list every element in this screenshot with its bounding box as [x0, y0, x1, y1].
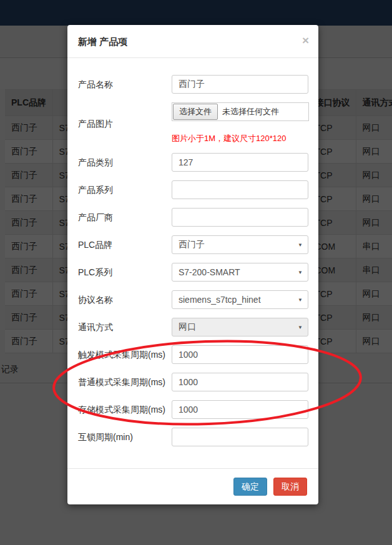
field-protocol-name: 协议名称 siemens_s7tcp_hinet ▼ [78, 290, 308, 309]
cancel-button[interactable]: 取消 [273, 478, 307, 496]
normal-cycle-input[interactable] [172, 373, 308, 391]
protocol-name-label: 协议名称 [78, 290, 172, 309]
field-product-category: 产品类别 [78, 153, 308, 172]
product-vendor-input[interactable] [172, 208, 308, 227]
product-series-label: 产品系列 [78, 180, 172, 199]
product-vendor-label: 产品厂商 [78, 208, 172, 227]
page: PLC品牌 接口协议 通讯方式 西门子S7-TCP网口西门子S7-TCP网口西门… [0, 0, 392, 545]
storage-cycle-label: 存储模式采集周期(ms) [78, 400, 172, 419]
trigger-cycle-label: 触发模式采集周期(ms) [78, 345, 172, 364]
modal-body: 产品名称 产品图片 选择文件 未选择任何文件 图片小于1M，建议尺寸120*12… [67, 58, 318, 468]
add-product-modal: 新增 产品项 × 产品名称 产品图片 选择文件 未选择任何文件 图片小于1M，建… [67, 25, 318, 504]
field-trigger-cycle: 触发模式采集周期(ms) [78, 345, 308, 364]
field-normal-cycle: 普通模式采集周期(ms) [78, 373, 308, 391]
protocol-name-value: siemens_s7tcp_hinet [179, 295, 261, 305]
plc-brand-select[interactable]: 西门子 ▼ [172, 235, 308, 254]
close-icon[interactable]: × [302, 34, 309, 46]
modal-footer: 确定 取消 [67, 468, 318, 504]
field-product-vendor: 产品厂商 [78, 208, 308, 227]
field-product-series: 产品系列 [78, 180, 308, 199]
storage-cycle-input[interactable] [172, 400, 308, 419]
interlock-cycle-label: 互锁周期(min) [78, 428, 172, 446]
product-image-label: 产品图片 [78, 114, 172, 133]
product-category-input[interactable] [172, 153, 308, 172]
field-storage-cycle: 存储模式采集周期(ms) [78, 400, 308, 419]
comm-method-select[interactable]: 网口 ▼ [172, 318, 308, 336]
interlock-cycle-input[interactable] [172, 428, 308, 446]
plc-series-select[interactable]: S7-200-SMART ▼ [172, 263, 308, 282]
field-product-image: 产品图片 选择文件 未选择任何文件 图片小于1M，建议尺寸120*120 [78, 102, 308, 144]
choose-file-button[interactable]: 选择文件 [173, 104, 218, 120]
plc-brand-value: 西门子 [179, 239, 205, 250]
plc-brand-label: PLC品牌 [78, 235, 172, 254]
caret-down-icon: ▼ [298, 270, 303, 275]
caret-down-icon: ▼ [298, 325, 303, 330]
caret-down-icon: ▼ [298, 297, 303, 303]
product-name-label: 产品名称 [78, 75, 172, 94]
field-plc-series: PLC系列 S7-200-SMART ▼ [78, 263, 308, 282]
product-series-input[interactable] [172, 180, 308, 199]
file-input[interactable]: 选择文件 未选择任何文件 [172, 102, 309, 121]
trigger-cycle-input[interactable] [172, 345, 308, 364]
field-plc-brand: PLC品牌 西门子 ▼ [78, 235, 308, 254]
modal-header: 新增 产品项 × [67, 25, 318, 58]
file-status-text: 未选择任何文件 [222, 106, 279, 117]
plc-series-label: PLC系列 [78, 263, 172, 282]
comm-method-value: 网口 [179, 322, 196, 333]
field-interlock-cycle: 互锁周期(min) [78, 428, 308, 446]
confirm-button[interactable]: 确定 [233, 478, 267, 496]
image-size-hint: 图片小于1M，建议尺寸120*120 [172, 133, 309, 144]
field-product-name: 产品名称 [78, 75, 308, 94]
plc-series-value: S7-200-SMART [179, 267, 240, 277]
protocol-name-select[interactable]: siemens_s7tcp_hinet ▼ [172, 290, 308, 309]
caret-down-icon: ▼ [298, 242, 303, 248]
file-input-block: 选择文件 未选择任何文件 图片小于1M，建议尺寸120*120 [172, 102, 309, 144]
product-name-input[interactable] [172, 75, 308, 94]
modal-title: 新增 产品项 [78, 36, 127, 47]
comm-method-label: 通讯方式 [78, 318, 172, 336]
normal-cycle-label: 普通模式采集周期(ms) [78, 373, 172, 391]
product-category-label: 产品类别 [78, 153, 172, 172]
field-comm-method: 通讯方式 网口 ▼ [78, 318, 308, 336]
